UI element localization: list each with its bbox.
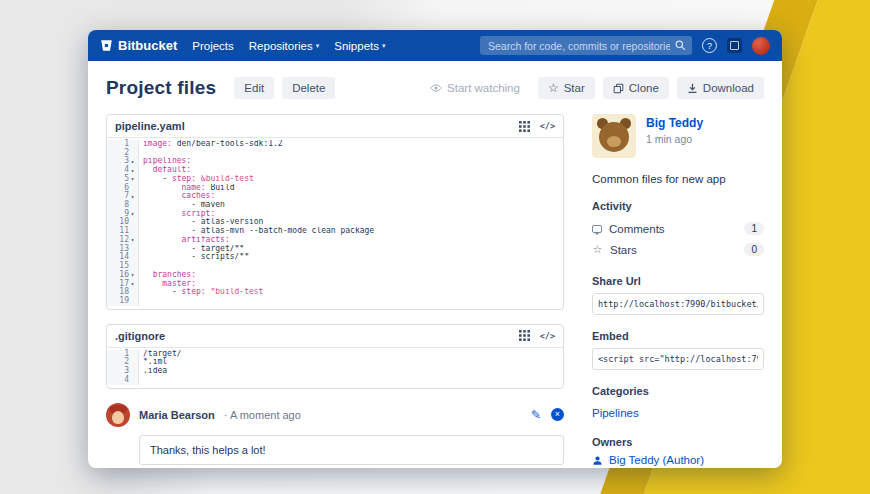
user-avatar[interactable] bbox=[752, 37, 770, 55]
code-line bbox=[137, 297, 148, 306]
activity-row-comments[interactable]: Comments1 bbox=[592, 218, 764, 239]
nav-item-snippets[interactable]: Snippets▾ bbox=[334, 40, 385, 52]
line-number[interactable]: 4▾ bbox=[107, 166, 137, 175]
nav-menu: ProjectsRepositories▾Snippets▾ bbox=[192, 40, 385, 52]
fold-spacer bbox=[129, 255, 136, 261]
file-name: .gitignore bbox=[115, 330, 165, 342]
clone-button[interactable]: Clone bbox=[603, 77, 669, 99]
count-badge: 1 bbox=[744, 222, 764, 235]
code-line: *.iml bbox=[137, 358, 167, 367]
line-number: 2 bbox=[107, 149, 137, 158]
grid-view-icon[interactable] bbox=[519, 121, 530, 132]
edit-comment-icon[interactable]: ✎ bbox=[531, 409, 541, 421]
comment-author-link[interactable]: Maria Bearson bbox=[139, 409, 215, 421]
page-title: Project files bbox=[106, 77, 216, 99]
eye-icon bbox=[430, 82, 442, 94]
fold-spacer bbox=[129, 263, 136, 269]
fold-spacer bbox=[129, 290, 136, 296]
share-url-input[interactable] bbox=[592, 293, 764, 315]
owners-heading: Owners bbox=[592, 436, 764, 448]
fold-caret-icon[interactable]: ▾ bbox=[129, 272, 136, 278]
owner-link-row[interactable]: Big Teddy (Author) bbox=[592, 454, 764, 466]
fold-spacer bbox=[129, 220, 136, 226]
fold-spacer bbox=[129, 229, 136, 235]
sidebar: Big Teddy 1 min ago Common files for new… bbox=[592, 114, 764, 466]
avatar-face bbox=[112, 411, 124, 424]
comment: Maria Bearson · A moment ago ✎ × Thanks,… bbox=[106, 403, 564, 465]
grid-view-icon[interactable] bbox=[519, 330, 530, 341]
clone-label: Clone bbox=[629, 82, 659, 94]
fold-spacer bbox=[129, 150, 136, 156]
download-button[interactable]: Download bbox=[677, 77, 764, 99]
nav-item-projects[interactable]: Projects bbox=[192, 40, 234, 52]
code-line: - atlas-mvn --batch-mode clean package bbox=[137, 227, 374, 236]
header-actions: Start watching ☆ Star Clone Download bbox=[420, 77, 764, 99]
star-icon: ☆ bbox=[592, 244, 603, 255]
main-column: pipeline.yaml </> 1 image: den/bear-tool… bbox=[106, 114, 564, 466]
chevron-down-icon: ▾ bbox=[382, 42, 386, 49]
bitbucket-logo[interactable]: Bitbucket bbox=[100, 38, 177, 53]
line-number: 4 bbox=[107, 376, 137, 385]
owner-name-link[interactable]: Big Teddy bbox=[646, 114, 703, 130]
owner-avatar[interactable] bbox=[592, 114, 636, 158]
activity-list: Comments1☆Stars0 bbox=[592, 218, 764, 260]
embed-heading: Embed bbox=[592, 330, 764, 342]
category-link[interactable]: Pipelines bbox=[592, 407, 639, 419]
comment-body: Thanks, this helps a lot! bbox=[139, 435, 564, 465]
owner-link[interactable]: Big Teddy (Author) bbox=[609, 454, 704, 466]
file-list: pipeline.yaml </> 1 image: den/bear-tool… bbox=[106, 114, 564, 389]
code-line: /target/ bbox=[137, 350, 182, 359]
code-line bbox=[137, 376, 148, 385]
fold-spacer bbox=[129, 351, 136, 357]
fold-spacer bbox=[129, 377, 136, 383]
commenter-avatar[interactable] bbox=[106, 403, 130, 427]
download-label: Download bbox=[703, 82, 754, 94]
code-line: - maven bbox=[137, 201, 225, 210]
code-line: - step: &build-test bbox=[137, 175, 254, 184]
line-number[interactable]: 7▾ bbox=[107, 192, 137, 201]
fold-spacer bbox=[129, 141, 136, 147]
code-viewer: 1 image: den/bear-tools-sdk:1.22 3▾pipel… bbox=[107, 138, 563, 309]
activity-label: Stars bbox=[610, 244, 637, 256]
fold-caret-icon[interactable]: ▾ bbox=[129, 168, 136, 174]
inbox-icon[interactable] bbox=[727, 38, 742, 53]
fold-caret-icon[interactable]: ▾ bbox=[129, 176, 136, 182]
comment-timestamp: · A moment ago bbox=[224, 409, 301, 421]
comment-header: Maria Bearson · A moment ago ✎ × bbox=[106, 403, 564, 427]
search-input[interactable] bbox=[480, 36, 692, 55]
file-header: .gitignore </> bbox=[107, 325, 563, 348]
fold-caret-icon[interactable]: ▾ bbox=[129, 194, 136, 200]
nav-item-repositories[interactable]: Repositories▾ bbox=[249, 40, 319, 52]
start-watching-button[interactable]: Start watching bbox=[420, 77, 530, 99]
code-line: artifacts: bbox=[137, 236, 230, 245]
delete-comment-icon[interactable]: × bbox=[551, 408, 564, 421]
code-viewer: 1 /target/2 *.iml3 .idea4 bbox=[107, 348, 563, 388]
source-view-icon[interactable]: </> bbox=[540, 121, 555, 131]
search bbox=[480, 36, 692, 56]
help-icon[interactable]: ? bbox=[702, 38, 717, 53]
line-number: 1 bbox=[107, 140, 137, 149]
line-number[interactable]: 3▾ bbox=[107, 157, 137, 166]
fold-caret-icon[interactable]: ▾ bbox=[129, 159, 136, 165]
edit-button[interactable]: Edit bbox=[234, 77, 274, 99]
star-button[interactable]: ☆ Star bbox=[538, 77, 595, 99]
source-view-icon[interactable]: </> bbox=[540, 331, 555, 341]
file-header: pipeline.yaml </> bbox=[107, 115, 563, 138]
start-watching-label: Start watching bbox=[447, 82, 520, 94]
bucket-icon bbox=[100, 39, 113, 52]
line-number[interactable]: 5▾ bbox=[107, 175, 137, 184]
delete-button[interactable]: Delete bbox=[282, 77, 335, 99]
owner-meta: Big Teddy 1 min ago bbox=[646, 114, 703, 145]
page-header: Project files Edit Delete Start watching… bbox=[88, 61, 782, 112]
fold-caret-icon[interactable]: ▾ bbox=[129, 281, 136, 287]
fold-caret-icon[interactable]: ▾ bbox=[129, 211, 136, 217]
embed-input[interactable] bbox=[592, 348, 764, 370]
fold-caret-icon[interactable]: ▾ bbox=[129, 237, 136, 243]
activity-row-stars[interactable]: ☆Stars0 bbox=[592, 239, 764, 260]
line-number: 19 bbox=[107, 297, 137, 306]
code-line: script: bbox=[137, 210, 215, 219]
line-number: 1 bbox=[107, 350, 137, 359]
clone-icon bbox=[613, 83, 624, 94]
line-number: 2 bbox=[107, 358, 137, 367]
fold-spacer bbox=[129, 185, 136, 191]
